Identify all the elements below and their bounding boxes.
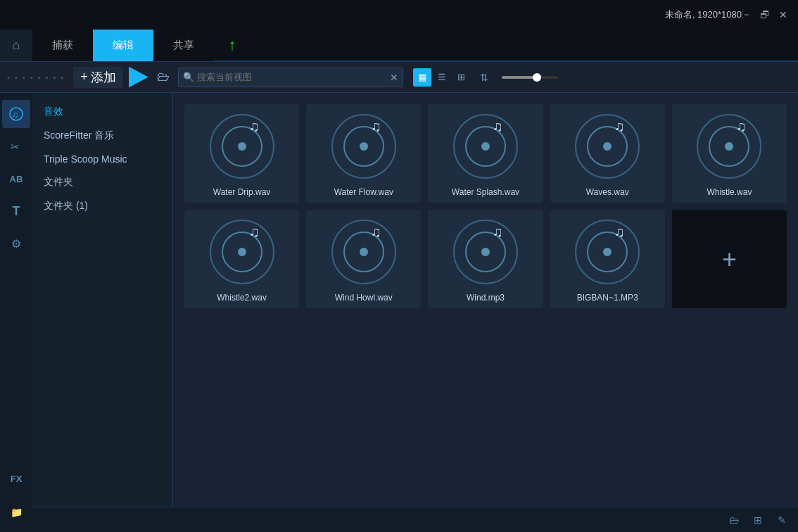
- add-button[interactable]: + 添加: [73, 67, 123, 88]
- svg-point-37: [603, 248, 612, 256]
- plus-icon: +: [80, 70, 88, 84]
- disc-icon: ♫: [450, 217, 521, 287]
- media-grid: ♫ Water Drip.wav ♫ Water Flow.wav: [184, 104, 787, 308]
- icon-bar-audio[interactable]: ♫: [2, 100, 30, 128]
- view-toggle: ▦ ☰ ⊞: [413, 68, 471, 87]
- title-bar-title: 未命名, 1920*1080: [665, 8, 742, 21]
- icon-bar-text[interactable]: T: [2, 197, 30, 225]
- fx-label: FX: [11, 474, 23, 484]
- home-button[interactable]: ⌂: [0, 29, 32, 61]
- svg-point-25: [238, 248, 246, 256]
- sidebar-item-scorefitter[interactable]: ScoreFitter 音乐: [32, 124, 172, 148]
- svg-text:♫: ♫: [12, 110, 18, 120]
- disc-icon: ♫: [450, 111, 521, 182]
- disc-icon: ♫: [207, 111, 277, 182]
- svg-text:♫: ♫: [614, 118, 625, 134]
- svg-text:♫: ♫: [614, 224, 625, 239]
- bottom-grid-button[interactable]: ⊞: [749, 511, 767, 529]
- tile-label: BIGBAN~1.MP3: [555, 293, 661, 303]
- size-slider-thumb: [533, 73, 541, 82]
- icon-bar-fx[interactable]: FX: [2, 464, 30, 493]
- search-box: 🔍 ✕: [178, 68, 403, 87]
- tile-wind-mp3[interactable]: ♫ Wind.mp3: [428, 210, 543, 308]
- svg-text:♫: ♫: [249, 224, 260, 239]
- tile-water-splash[interactable]: ♫ Water Splash.wav: [428, 104, 543, 203]
- svg-text:♫: ♫: [493, 118, 503, 134]
- add-plus-icon: +: [722, 245, 737, 274]
- svg-text:♫: ♫: [736, 118, 747, 134]
- disc-icon: ♫: [329, 217, 399, 287]
- svg-point-21: [725, 142, 733, 151]
- tile-water-flow[interactable]: ♫ Water Flow.wav: [306, 104, 421, 203]
- sidebar-item-triple-scoop[interactable]: Triple Scoop Music: [32, 148, 172, 170]
- folder-icon[interactable]: 🗁: [153, 67, 174, 88]
- nav-bar: ⌂ 捕获 编辑 共享 ↑: [0, 30, 798, 62]
- tile-add[interactable]: +: [672, 210, 787, 308]
- bottom-bar: 🗁 ⊞ ✎: [32, 507, 798, 532]
- svg-point-17: [603, 142, 612, 151]
- disc-icon: ♫: [329, 111, 399, 182]
- svg-text:✂: ✂: [11, 141, 20, 153]
- disc-icon: ♫: [694, 111, 764, 182]
- upload-button[interactable]: ↑: [220, 32, 245, 58]
- svg-point-33: [481, 248, 490, 256]
- svg-point-5: [238, 142, 246, 151]
- tile-label: Water Flow.wav: [310, 187, 417, 197]
- sort-button[interactable]: ⇅: [475, 68, 493, 87]
- restore-button[interactable]: 🗗: [757, 7, 773, 23]
- bottom-folder-button[interactable]: 🗁: [725, 511, 743, 529]
- sidebar-item-folder[interactable]: 文件夹: [32, 170, 172, 194]
- icon-bar-ab[interactable]: AB: [2, 165, 30, 193]
- icon-bar-scissors[interactable]: ✂: [2, 132, 30, 160]
- svg-point-29: [360, 248, 368, 256]
- search-input[interactable]: [197, 72, 390, 82]
- tab-edit[interactable]: 编辑: [93, 29, 153, 61]
- tile-whistle2[interactable]: ♫ Whistle2.wav: [184, 210, 299, 308]
- tile-label: Whistle2.wav: [189, 293, 295, 303]
- list-view-button[interactable]: ☰: [433, 68, 451, 87]
- bottom-edit-button[interactable]: ✎: [773, 511, 791, 529]
- icon-bar-settings[interactable]: ⚙: [2, 229, 30, 258]
- svg-point-13: [481, 142, 490, 151]
- svg-text:♫: ♫: [371, 224, 381, 239]
- main-layout: ♫ ✂ AB T ⚙ FX 📁 音效 ScoreFitter 音乐 Triple…: [0, 93, 798, 532]
- icon-bar: ♫ ✂ AB T ⚙ FX 📁: [0, 93, 32, 532]
- icon-bar-browse[interactable]: 📁: [2, 498, 30, 526]
- tile-label: Whistle.wav: [676, 187, 783, 197]
- search-icon: 🔍: [183, 72, 194, 82]
- tile-label: Water Drip.wav: [189, 187, 295, 197]
- tile-wind-howl[interactable]: ♫ Wind Howl.wav: [306, 210, 421, 308]
- detail-view-button[interactable]: ⊞: [452, 68, 471, 87]
- content-area: ♫ Water Drip.wav ♫ Water Flow.wav: [173, 93, 798, 532]
- sidebar-item-folder-1[interactable]: 文件夹 (1): [32, 194, 172, 218]
- tile-label: Waves.wav: [555, 187, 661, 197]
- toolbar: • • • • • • • • + 添加 🗁 🔍 ✕ ▦ ☰ ⊞ ⇅: [0, 62, 798, 93]
- close-button[interactable]: ✕: [775, 7, 791, 23]
- disc-icon: ♫: [207, 217, 277, 287]
- add-label: 添加: [91, 69, 116, 86]
- disc-icon: ♫: [572, 111, 642, 182]
- svg-text:♫: ♫: [493, 224, 503, 239]
- svg-text:♫: ♫: [249, 118, 260, 134]
- svg-text:♫: ♫: [371, 118, 381, 134]
- title-bar: 未命名, 1920*1080 － 🗗 ✕: [0, 0, 798, 30]
- grid-view-button[interactable]: ▦: [413, 68, 431, 87]
- tile-label: Wind Howl.wav: [310, 293, 417, 303]
- expand-button[interactable]: [129, 67, 148, 88]
- tile-bigban[interactable]: ♫ BIGBAN~1.MP3: [550, 210, 665, 308]
- tile-waves[interactable]: ♫ Waves.wav: [550, 104, 665, 203]
- disc-icon: ♫: [572, 217, 642, 287]
- toolbar-dots: • • • • • • • •: [7, 73, 65, 82]
- tile-water-drip[interactable]: ♫ Water Drip.wav: [184, 104, 299, 203]
- size-slider[interactable]: [502, 76, 558, 79]
- tab-capture[interactable]: 捕获: [32, 29, 93, 61]
- sidebar: 音效 ScoreFitter 音乐 Triple Scoop Music 文件夹…: [32, 93, 173, 532]
- search-clear-button[interactable]: ✕: [390, 72, 398, 83]
- tile-label: Wind.mp3: [432, 293, 538, 303]
- tab-share[interactable]: 共享: [153, 29, 214, 61]
- tile-label: Water Splash.wav: [432, 187, 538, 197]
- tile-whistle[interactable]: ♫ Whistle.wav: [672, 104, 787, 203]
- svg-point-9: [360, 142, 368, 151]
- sidebar-item-audio-effects[interactable]: 音效: [32, 100, 172, 124]
